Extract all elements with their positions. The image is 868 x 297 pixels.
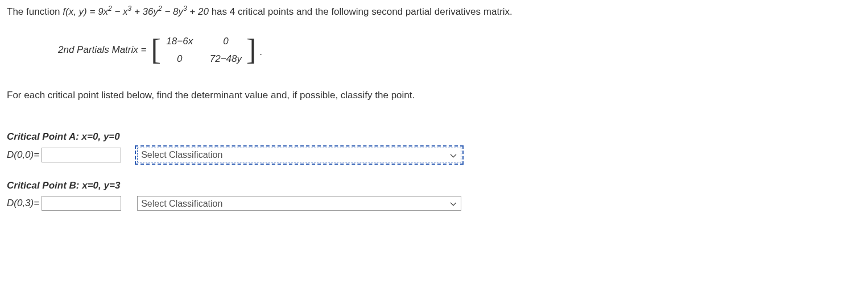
matrix-body: 18−6x 0 0 72−48y [161,33,246,68]
determinant-a-input[interactable] [42,148,121,162]
determinant-b-label: D(0,3)= [7,196,39,211]
matrix-period: . [259,45,262,68]
critical-point-b: Critical Point B: x=0, y=3 D(0,3)= Selec… [7,178,861,211]
determinant-b-input[interactable] [42,196,121,211]
intro-suffix: has 4 critical points and the following … [209,6,512,17]
intro-text: The function f(x, y) = 9x2 − x3 + 36y2 −… [7,5,861,19]
critical-point-b-inputs: D(0,3)= Select Classification [7,196,861,211]
matrix-row: 2nd Partials Matrix = [ 18−6x 0 0 72−48y… [58,33,861,68]
determinant-a-label: D(0,0)= [7,148,39,162]
matrix-cell-21: 0 [166,52,194,66]
critical-point-a: Critical Point A: x=0, y=0 D(0,0)= Selec… [7,129,861,162]
matrix-cell-12: 0 [210,34,242,49]
classification-b-wrapper: Select Classification [137,196,461,211]
intro-prefix: The function [7,6,63,17]
classification-a-wrapper: Select Classification [137,148,461,162]
function-definition: f(x, y) = 9x2 − x3 + 36y2 − 8y3 + 20 [63,6,209,17]
classification-a-select[interactable]: Select Classification [137,148,461,162]
critical-point-a-inputs: D(0,0)= Select Classification [7,148,861,162]
critical-point-b-header: Critical Point B: x=0, y=3 [7,178,861,193]
bracket-left-icon: [ [151,37,160,62]
matrix-container: [ 18−6x 0 0 72−48y ] [151,33,256,68]
classification-b-select[interactable]: Select Classification [137,196,461,211]
bracket-right-icon: ] [246,37,256,62]
matrix-cell-11: 18−6x [166,34,194,49]
instruction-text: For each critical point listed below, fi… [7,88,861,103]
critical-point-a-header: Critical Point A: x=0, y=0 [7,129,861,144]
matrix-label: 2nd Partials Matrix = [58,43,146,57]
matrix-cell-22: 72−48y [210,52,242,66]
